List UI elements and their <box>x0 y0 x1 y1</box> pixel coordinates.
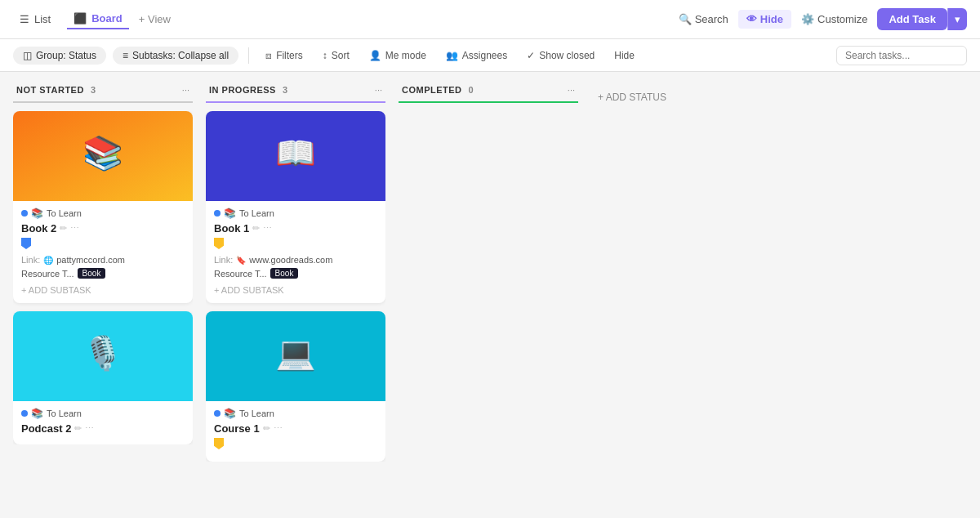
card-image-book2: 📚 <box>13 111 193 201</box>
top-navigation: ☰ List ⬛ Board + View 🔍 Search 👁 Hide ⚙️… <box>0 0 980 39</box>
sort-button[interactable]: ↕ Sort <box>316 47 356 65</box>
column-not-started: NOT STARTED 3 ··· 📚 📚 To Learn Book 2 ✏ … <box>13 85 193 505</box>
card-course1[interactable]: 💻 📚 To Learn Course 1 ✏ ⋯ <box>206 311 385 462</box>
toolbar: ◫ Group: Status ≡ Subtasks: Collapse all… <box>0 39 980 72</box>
card-podcast2[interactable]: 🎙️ 📚 To Learn Podcast 2 ✏ ⋯ <box>13 311 193 444</box>
add-subtask-book1[interactable]: + ADD SUBTASK <box>214 284 377 297</box>
hide-icon: 👁 <box>746 13 757 25</box>
tag-label-book1: To Learn <box>239 208 274 218</box>
tag-label-book2: To Learn <box>47 208 82 218</box>
column-count-not-started: 3 <box>91 85 96 95</box>
menu-icon-course1[interactable]: ⋯ <box>274 423 283 434</box>
search-button[interactable]: 🔍 Search <box>679 13 728 25</box>
card-title-course1: Course 1 <box>214 422 260 435</box>
edit-icon-book2[interactable]: ✏ <box>60 223 67 234</box>
add-task-button[interactable]: Add Task <box>877 8 947 30</box>
board: NOT STARTED 3 ··· 📚 📚 To Learn Book 2 ✏ … <box>0 72 980 518</box>
tag-emoji-podcast2: 📚 <box>31 408 43 419</box>
card-image-podcast2: 🎙️ <box>13 311 193 401</box>
edit-icon-podcast2[interactable]: ✏ <box>74 423 82 434</box>
sort-icon: ↕ <box>323 50 327 61</box>
tag-emoji-course1: 📚 <box>224 408 236 419</box>
subtask-button[interactable]: ≡ Subtasks: Collapse all <box>113 47 238 65</box>
add-status-column: + ADD STATUS <box>591 85 722 505</box>
group-status-button[interactable]: ◫ Group: Status <box>13 47 106 65</box>
column-count-completed: 0 <box>469 85 474 95</box>
toolbar-separator <box>248 47 249 64</box>
svg-text:📖: 📖 <box>275 133 316 172</box>
search-icon: 🔍 <box>679 13 692 25</box>
column-count-in-progress: 3 <box>283 85 287 95</box>
board-tab[interactable]: ⬛ Board <box>67 9 129 29</box>
card-title-row-book2: Book 2 ✏ ⋯ <box>21 222 185 234</box>
show-closed-button[interactable]: ✓ Show closed <box>520 47 601 65</box>
card-link-book1: Link: 🔖 www.goodreads.com <box>214 255 377 265</box>
assignees-icon: 👥 <box>446 50 458 61</box>
column-header-completed: COMPLETED 0 ··· <box>399 85 578 103</box>
card-title-row-podcast2: Podcast 2 ✏ ⋯ <box>21 422 185 435</box>
tag-dot-podcast2 <box>21 410 28 417</box>
card-body-book1: 📚 To Learn Book 1 ✏ ⋯ Link: 🔖 www.goodre… <box>206 201 385 303</box>
tag-dot-book2 <box>21 210 28 217</box>
show-closed-icon: ✓ <box>527 50 535 61</box>
edit-icon-course1[interactable]: ✏ <box>263 423 270 434</box>
sort-label: Sort <box>332 50 350 61</box>
menu-icon-podcast2[interactable]: ⋯ <box>85 423 94 434</box>
list-icon: ☰ <box>20 13 29 25</box>
card-title-row-course1: Course 1 ✏ ⋯ <box>214 422 377 435</box>
edit-icon-book1[interactable]: ✏ <box>252 223 260 234</box>
list-tab-label: List <box>34 13 51 25</box>
customize-button[interactable]: ⚙️ Customize <box>801 13 867 25</box>
card-resource-book1: Resource T... Book <box>214 268 377 279</box>
add-status-button[interactable]: + ADD STATUS <box>595 85 670 109</box>
me-mode-button[interactable]: 👤 Me mode <box>363 47 433 65</box>
tag-dot-course1 <box>214 410 220 417</box>
column-header-in-progress: IN PROGRESS 3 ··· <box>206 85 385 103</box>
tag-dot-book1 <box>214 210 220 217</box>
cards-in-progress: 📖 📚 To Learn Book 1 ✏ ⋯ Link: 🔖 www.good… <box>206 111 385 462</box>
svg-text:🎙️: 🎙️ <box>82 333 123 373</box>
column-add-not-started[interactable]: ··· <box>182 85 189 95</box>
tag-label-course1: To Learn <box>239 409 274 418</box>
filters-label: Filters <box>276 50 303 61</box>
board-icon: ⬛ <box>74 12 87 25</box>
add-subtask-book2[interactable]: + ADD SUBTASK <box>21 284 185 297</box>
card-tags-podcast2: 📚 To Learn <box>21 408 185 419</box>
menu-icon-book1[interactable]: ⋯ <box>263 223 272 234</box>
search-tasks-input[interactable] <box>836 46 967 65</box>
card-book1[interactable]: 📖 📚 To Learn Book 1 ✏ ⋯ Link: 🔖 www.good… <box>206 111 385 303</box>
card-title-book1: Book 1 <box>214 222 249 234</box>
hide-button[interactable]: 👁 Hide <box>738 10 791 29</box>
add-view-button[interactable]: + View <box>139 13 171 25</box>
card-title-book2: Book 2 <box>21 222 56 234</box>
column-header-not-started: NOT STARTED 3 ··· <box>13 85 193 103</box>
column-in-progress: IN PROGRESS 3 ··· 📖 📚 To Learn Book 1 ✏ … <box>206 85 385 505</box>
card-body-course1: 📚 To Learn Course 1 ✏ ⋯ <box>206 401 385 462</box>
assignees-label: Assignees <box>462 50 507 61</box>
card-link-book2: Link: 🌐 pattymccord.com <box>21 255 185 265</box>
flag-yellow <box>214 238 377 252</box>
hide-toolbar-button[interactable]: Hide <box>608 47 641 65</box>
column-add-completed[interactable]: ··· <box>568 85 575 95</box>
column-add-in-progress[interactable]: ··· <box>375 85 382 95</box>
me-mode-label: Me mode <box>385 50 426 61</box>
list-tab[interactable]: ☰ List <box>13 10 57 29</box>
card-tags-book1: 📚 To Learn <box>214 208 377 219</box>
menu-icon-book2[interactable]: ⋯ <box>70 223 79 234</box>
add-task-label: Add Task <box>889 13 936 25</box>
group-label: Group: Status <box>36 50 96 61</box>
card-image-book1: 📖 <box>206 111 385 201</box>
assignees-button[interactable]: 👥 Assignees <box>439 47 514 65</box>
card-resource-book2: Resource T... Book <box>21 268 185 279</box>
column-title-not-started: NOT STARTED <box>16 85 84 95</box>
subtask-label: Subtasks: Collapse all <box>132 50 229 61</box>
add-task-dropdown-button[interactable]: ▾ <box>947 8 967 30</box>
card-book2[interactable]: 📚 📚 To Learn Book 2 ✏ ⋯ Link: 🌐 pattymcc… <box>13 111 193 303</box>
flag-yellow <box>214 438 377 452</box>
tag-emoji-book2: 📚 <box>31 208 43 219</box>
filters-button[interactable]: ⧈ Filters <box>259 47 310 65</box>
cards-not-started: 📚 📚 To Learn Book 2 ✏ ⋯ Link: 🌐 pattymcc… <box>13 111 193 444</box>
card-image-course1: 💻 <box>206 311 385 401</box>
flag-blue <box>21 238 185 252</box>
add-view-label: + View <box>139 13 171 25</box>
